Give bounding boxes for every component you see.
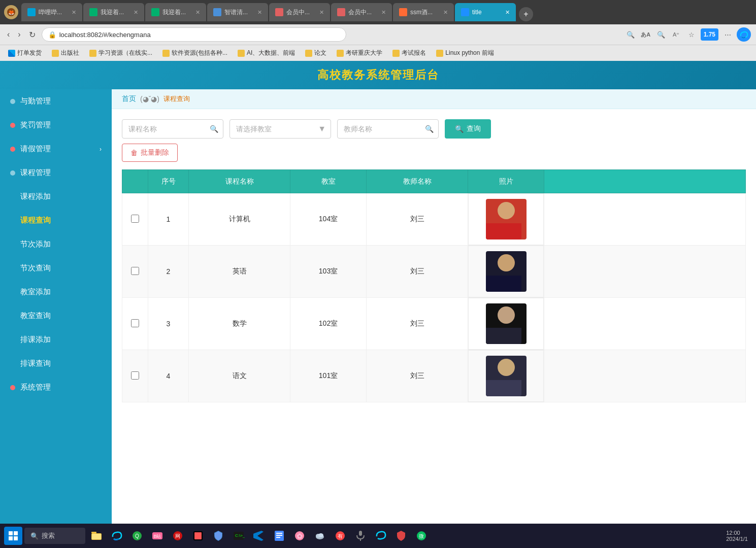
taskbar-app-youdao[interactable]: 有 xyxy=(331,527,349,545)
row-checkbox-1[interactable] xyxy=(131,215,139,223)
sidebar-label-session-query: 节次查询 xyxy=(10,263,51,273)
row-checkbox-4[interactable] xyxy=(131,371,139,380)
header-checkbox[interactable] xyxy=(130,176,140,185)
batch-delete-label: 批量删除 xyxy=(141,148,169,157)
taskbar-app-sakura[interactable]: 🌸 xyxy=(290,527,309,545)
query-button[interactable]: 🔍 查询 xyxy=(445,119,491,139)
find-button[interactable]: 🔍 xyxy=(655,28,667,41)
app-header: 高校教务系统管理后台 xyxy=(0,61,756,89)
search-area: 🔍 请选择教室 101室 102室 103室 104室 ▼ 🔍 xyxy=(112,109,756,144)
bookmark-label-8: Linux python 前端 xyxy=(445,49,494,57)
tab-close-6[interactable]: ✕ xyxy=(381,9,386,16)
taskbar-app-bilibili[interactable]: B站 xyxy=(148,527,167,545)
taskbar-search[interactable]: 🔍 搜索 xyxy=(24,528,85,544)
taskbar-app-netease[interactable]: 网 xyxy=(169,527,187,545)
tab-icon-2 xyxy=(89,8,97,16)
svg-text:网: 网 xyxy=(175,533,180,539)
address-bar[interactable]: 🔒 localhost:8082/#/kechengmana xyxy=(42,27,346,42)
classroom-select[interactable]: 请选择教室 101室 102室 103室 104室 xyxy=(229,119,331,139)
sidebar-item-attendance[interactable]: 与勤管理 xyxy=(0,89,112,113)
bookmark-ai[interactable]: AI、大数据、前端 xyxy=(234,48,299,58)
bookmark-exam-reg[interactable]: 考试报名 xyxy=(388,48,430,58)
browser-tab-5[interactable]: 会员中... ✕ xyxy=(269,3,330,21)
tab-close-7[interactable]: ✕ xyxy=(443,9,448,16)
tab-close-4[interactable]: ✕ xyxy=(257,9,262,16)
browser-tab-8[interactable]: title ✕ xyxy=(455,3,516,21)
course-name-input[interactable] xyxy=(122,119,223,139)
sidebar-item-room-query[interactable]: 教室查询 xyxy=(0,304,112,328)
svg-text:有: 有 xyxy=(338,533,343,539)
taskbar-app-wechat[interactable]: 微 xyxy=(412,527,431,545)
taskbar-app-qqlive[interactable]: Q xyxy=(128,527,146,545)
taskbar-app-edge2[interactable] xyxy=(372,527,390,545)
breadcrumb-home[interactable]: 首页 xyxy=(122,94,136,104)
favorites-button[interactable]: ☆ xyxy=(685,28,698,41)
row-checkbox-3[interactable] xyxy=(131,319,139,327)
teacher-name-input[interactable] xyxy=(337,119,439,139)
taskbar-app-cloud[interactable] xyxy=(311,527,329,545)
taskbar-app-vscode[interactable] xyxy=(250,527,268,545)
tab-close-5[interactable]: ✕ xyxy=(319,9,324,16)
tab-close-1[interactable]: ✕ xyxy=(72,9,76,16)
address-bar-icons: 🔍 あA 🔍 A⁼ ☆ 1.75 ⋯ xyxy=(624,27,751,42)
browser-tabs: 哔哩哔... ✕ 我迎着... ✕ 我迎着... ✕ 智谱清... ✕ 会员中.… xyxy=(21,3,752,21)
refresh-button[interactable]: ↻ xyxy=(27,28,38,42)
tab-close-2[interactable]: ✕ xyxy=(134,9,138,16)
new-tab-button[interactable]: + xyxy=(519,7,533,21)
browser-tab-2[interactable]: 我迎着... ✕ xyxy=(83,3,144,21)
browser-tab-7[interactable]: ssm酒... ✕ xyxy=(393,3,454,21)
back-button[interactable]: ‹ xyxy=(5,28,12,41)
sidebar-item-session-query[interactable]: 节次查询 xyxy=(0,256,112,280)
sidebar-item-course-query[interactable]: 课程查询 xyxy=(0,209,112,232)
svg-text:微: 微 xyxy=(419,533,424,539)
browser-chrome: 🦊 哔哩哔... ✕ 我迎着... ✕ 我迎着... ✕ 智谱清... ✕ 会员… xyxy=(0,0,756,24)
svg-text:C:\>_: C:\>_ xyxy=(235,533,245,538)
browser-tab-6[interactable]: 会员中... ✕ xyxy=(331,3,392,21)
bookmark-ms[interactable]: 打单发货 xyxy=(4,48,46,58)
browser-tab-1[interactable]: 哔哩哔... ✕ xyxy=(21,3,82,21)
sidebar-item-leave[interactable]: 请假管理 › xyxy=(0,137,112,161)
tab-icon-5 xyxy=(275,8,283,16)
row-checkbox-cell-4 xyxy=(122,350,148,402)
browser-tab-4[interactable]: 智谱清... ✕ xyxy=(207,3,268,21)
browser-tab-3[interactable]: 我迎着... ✕ xyxy=(145,3,206,21)
sidebar-item-reward[interactable]: 奖罚管理 xyxy=(0,113,112,137)
search-button[interactable]: 🔍 xyxy=(624,28,637,41)
bookmark-cqu[interactable]: 考研重庆大学 xyxy=(333,48,386,58)
bookmark-thesis[interactable]: 论文 xyxy=(301,48,331,58)
bookmark-publisher[interactable]: 出版社 xyxy=(48,48,83,58)
taskbar-app-jetbrains[interactable] xyxy=(189,527,207,545)
row-checkbox-2[interactable] xyxy=(131,267,139,275)
batch-delete-button[interactable]: 🗑 批量删除 xyxy=(122,144,178,162)
tab-close-3[interactable]: ✕ xyxy=(195,9,200,16)
start-button[interactable] xyxy=(4,527,22,545)
course-table: 序号 课程名称 教室 教师名称 照片 xyxy=(122,169,746,402)
tab-close-8[interactable]: ✕ xyxy=(505,9,510,16)
bookmark-software[interactable]: 软件资源(包括各种... xyxy=(158,48,232,58)
bookmark-linux[interactable]: Linux python 前端 xyxy=(432,48,498,58)
sidebar-item-course-add[interactable]: 课程添加 xyxy=(0,185,112,209)
taskbar-app-notes[interactable] xyxy=(270,527,288,545)
sidebar-item-room-add[interactable]: 教室添加 xyxy=(0,280,112,304)
extensions-button[interactable]: ⋯ xyxy=(721,28,734,41)
translate-button[interactable]: あA xyxy=(640,28,652,41)
forward-button[interactable]: › xyxy=(16,28,22,41)
sidebar-item-session-add[interactable]: 节次添加 xyxy=(0,232,112,256)
bookmark-learning[interactable]: 学习资源（在线实... xyxy=(85,48,156,58)
sidebar-label-course-query: 课程查询 xyxy=(10,216,51,225)
taskbar-app-file-explorer[interactable] xyxy=(87,527,106,545)
read-button[interactable]: A⁼ xyxy=(670,28,682,41)
classroom-select-wrap: 请选择教室 101室 102室 103室 104室 ▼ xyxy=(229,119,331,139)
taskbar-app-antivirus[interactable] xyxy=(392,527,410,545)
taskbar-app-terminal[interactable]: C:\>_ xyxy=(229,527,248,545)
taskbar-app-microphone[interactable] xyxy=(351,527,370,545)
tab-label-8: title xyxy=(472,9,482,16)
sidebar-item-schedule-query[interactable]: 排课查询 xyxy=(0,352,112,375)
row-room-3: 102室 xyxy=(290,298,367,350)
tab-icon-6 xyxy=(337,8,345,16)
taskbar-app-shield[interactable] xyxy=(209,527,227,545)
sidebar-item-course-mgmt[interactable]: 课程管理 xyxy=(0,161,112,185)
sidebar-item-schedule-add[interactable]: 排课添加 xyxy=(0,328,112,352)
taskbar-app-edge[interactable] xyxy=(108,527,126,545)
sidebar-item-system[interactable]: 系统管理 xyxy=(0,375,112,399)
